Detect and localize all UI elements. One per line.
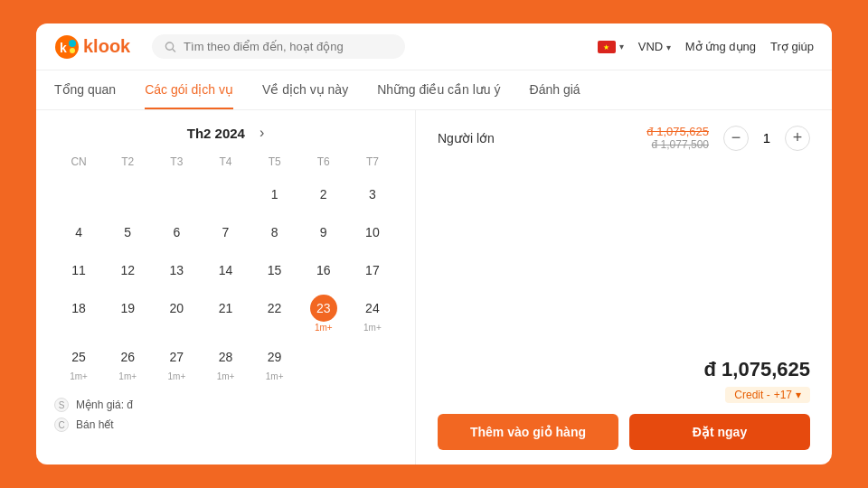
svg-point-0 <box>55 35 79 59</box>
tab-nav: Tổng quan Các gói dịch vụ Về dịch vụ này… <box>36 70 832 110</box>
right-side: Người lớn đ 1,075,625 đ 1,077,500 − 1 + … <box>416 110 832 465</box>
cal-day-4[interactable]: 4 <box>54 213 103 251</box>
calendar-side: Th2 2024 › CN T2 T3 T4 T5 T6 T7 <box>36 110 416 465</box>
calendar-legend: S Mệnh giá: đ C Bán hết <box>54 398 397 432</box>
logo-text: klook <box>83 36 130 57</box>
cal-day-21[interactable]: 21 <box>201 289 250 338</box>
cal-day-empty <box>152 175 201 213</box>
cal-day-17[interactable]: 17 <box>348 251 397 289</box>
ticket-label: Người lớn <box>438 131 495 145</box>
weekday-cn: CN <box>54 152 103 172</box>
nav-right: ▾ VND ▾ Mở ứng dụng Trợ giúp <box>598 40 814 53</box>
cal-day-11[interactable]: 11 <box>54 251 103 289</box>
currency-btn[interactable]: VND ▾ <box>638 40 671 53</box>
ticket-row: Người lớn đ 1,075,625 đ 1,077,500 − 1 + <box>438 125 810 151</box>
svg-line-5 <box>173 49 175 52</box>
legend-ban-het: C Bán hết <box>54 418 397 432</box>
qty-increase-btn[interactable]: + <box>785 126 810 151</box>
cal-day-1[interactable]: 1 <box>250 175 299 213</box>
calendar-next-btn[interactable]: › <box>259 125 264 141</box>
legend-menh-gia-text: Mệnh giá: đ <box>76 399 133 411</box>
calendar-header: Th2 2024 › <box>54 125 397 141</box>
vietnam-flag <box>598 41 616 53</box>
svg-point-4 <box>166 42 174 49</box>
total-area: đ 1,075,625 Credit - +17 ▾ <box>438 358 810 403</box>
top-nav: k klook ▾ VND ▾ Mở ứng dụng Trợ giúp <box>36 23 832 70</box>
cal-day-2[interactable]: 2 <box>299 175 348 213</box>
weekday-t4: T4 <box>201 152 250 172</box>
cal-day-22[interactable]: 22 <box>250 289 299 338</box>
quantity-control: − 1 + <box>723 126 810 151</box>
weekday-t6: T6 <box>299 152 348 172</box>
qty-decrease-btn[interactable]: − <box>723 126 749 151</box>
cal-day-23[interactable]: 23 1m+ <box>299 289 348 338</box>
tab-ve-dich-vu[interactable]: Về dịch vụ này <box>262 70 348 109</box>
main-content: Th2 2024 › CN T2 T3 T4 T5 T6 T7 <box>36 110 832 465</box>
cal-day-empty <box>103 175 152 213</box>
flag-currency-btn[interactable]: ▾ <box>598 41 624 53</box>
cal-day-14[interactable]: 14 <box>201 251 250 289</box>
cal-day-empty <box>54 175 103 213</box>
help-btn[interactable]: Trợ giúp <box>770 40 814 53</box>
cal-day-25[interactable]: 25 1m+ <box>54 338 103 387</box>
cal-day-5[interactable]: 5 <box>103 213 152 251</box>
total-price: đ 1,075,625 <box>704 358 810 381</box>
qty-value: 1 <box>758 130 776 145</box>
cal-day-28[interactable]: 28 1m+ <box>201 338 250 387</box>
ticket-price-old: đ 1,077,500 <box>652 138 709 151</box>
add-to-cart-btn[interactable]: Thêm vào giỏ hàng <box>438 414 618 450</box>
cal-day-16[interactable]: 16 <box>299 251 348 289</box>
tab-luu-y[interactable]: Những điều cần lưu ý <box>377 70 500 109</box>
tab-danh-gia[interactable]: Đánh giá <box>530 70 580 109</box>
search-icon <box>165 41 176 53</box>
search-input[interactable] <box>184 40 392 53</box>
currency-chevron: ▾ <box>666 42 671 52</box>
weekday-t2: T2 <box>103 152 152 172</box>
klook-logo-icon: k <box>54 34 80 60</box>
cal-day-10[interactable]: 10 <box>348 213 397 251</box>
cal-day-12[interactable]: 12 <box>103 251 152 289</box>
svg-point-3 <box>70 48 75 53</box>
ticket-price-area: đ 1,075,625 đ 1,077,500 <box>646 125 709 151</box>
weekday-t3: T3 <box>152 152 201 172</box>
legend-menh-gia: S Mệnh giá: đ <box>54 398 397 412</box>
logo-area: k klook <box>54 34 130 60</box>
cal-day-29[interactable]: 29 1m+ <box>250 338 299 387</box>
credit-label: Credit - <box>734 389 769 401</box>
weekday-t5: T5 <box>250 152 299 172</box>
calendar-days: 1 2 3 4 5 6 7 8 9 10 11 12 13 14 15 <box>54 175 397 387</box>
cal-day-7[interactable]: 7 <box>201 213 250 251</box>
svg-text:k: k <box>60 41 67 55</box>
legend-ban-het-text: Bán hết <box>76 418 114 431</box>
weekday-t7: T7 <box>348 152 397 172</box>
cal-day-empty <box>299 338 348 387</box>
cal-day-3[interactable]: 3 <box>348 175 397 213</box>
cal-day-19[interactable]: 19 <box>103 289 152 338</box>
cal-day-13[interactable]: 13 <box>152 251 201 289</box>
cal-day-18[interactable]: 18 <box>54 289 103 338</box>
main-card: k klook ▾ VND ▾ Mở ứng dụng Trợ giúp <box>36 23 832 465</box>
svg-point-2 <box>69 40 76 47</box>
legend-ban-het-icon: C <box>54 418 69 432</box>
cal-day-empty <box>201 175 250 213</box>
calendar-weekdays: CN T2 T3 T4 T5 T6 T7 <box>54 152 397 172</box>
cal-day-15[interactable]: 15 <box>250 251 299 289</box>
open-app-btn[interactable]: Mở ứng dụng <box>685 40 756 53</box>
search-bar[interactable] <box>152 34 405 59</box>
cal-day-24[interactable]: 24 1m+ <box>348 289 397 338</box>
cal-day-27[interactable]: 27 1m+ <box>152 338 201 387</box>
tab-tong-quan[interactable]: Tổng quan <box>54 70 116 109</box>
book-now-btn[interactable]: Đặt ngay <box>629 414 810 450</box>
cal-day-8[interactable]: 8 <box>250 213 299 251</box>
cal-day-9[interactable]: 9 <box>299 213 348 251</box>
flag-chevron: ▾ <box>619 42 624 52</box>
tab-goi-dich-vu[interactable]: Các gói dịch vụ <box>145 70 233 109</box>
cal-day-20[interactable]: 20 <box>152 289 201 338</box>
cal-day-26[interactable]: 26 1m+ <box>103 338 152 387</box>
currency-label: VND <box>638 40 663 53</box>
credit-value: +17 <box>774 389 792 401</box>
calendar-month-title: Th2 2024 <box>187 126 245 141</box>
credit-chevron: ▾ <box>796 389 801 401</box>
cal-day-6[interactable]: 6 <box>152 213 201 251</box>
credit-badge[interactable]: Credit - +17 ▾ <box>725 387 810 403</box>
